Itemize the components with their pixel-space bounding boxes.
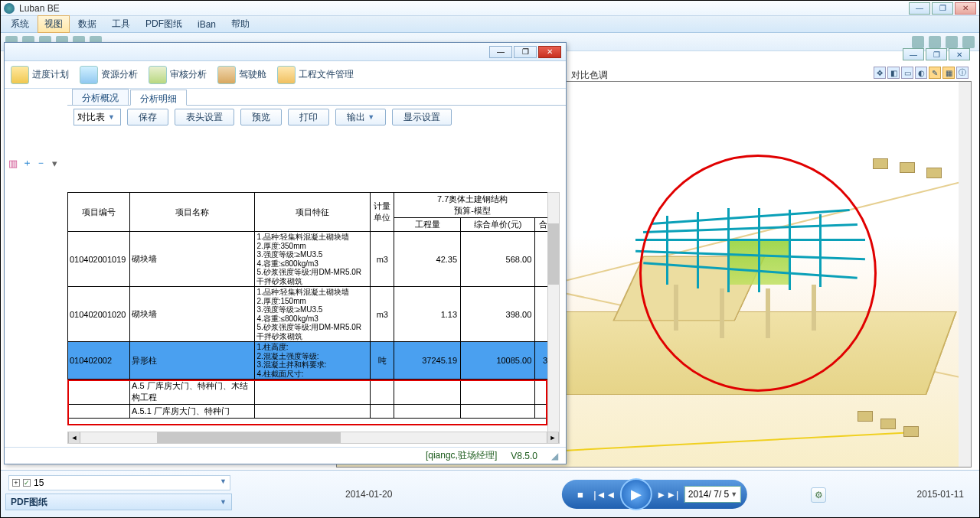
settings-button[interactable]: ⚙ [811,487,826,503]
btn-audit-analysis[interactable]: 审核分析 [149,66,207,84]
print-button[interactable]: 打印 [288,109,329,125]
table-row[interactable]: A.5.1 厂库房大门、特种门 [68,405,551,419]
col-code: 项目编号 [68,193,130,232]
status-resize-grip-icon[interactable]: ◢ [551,451,558,461]
info-icon[interactable]: ⓘ [956,67,969,79]
cell: m3 [371,232,394,287]
cell [461,405,535,419]
remove-icon[interactable]: － [35,158,46,168]
table-row[interactable]: 010402001019砌块墙1.品种:轻集料混凝土砌块墙 2.厚度:350mm… [68,232,551,287]
menu-iban[interactable]: iBan [191,17,223,32]
play-button[interactable]: ▶ [620,478,652,510]
caret-down-icon: ▼ [220,498,227,506]
menu-data[interactable]: 数据 [71,15,103,33]
audit-icon [149,66,167,84]
status-version: V8.5.0 [511,451,537,461]
caret-down-icon[interactable]: ▼ [220,477,227,485]
menu-system[interactable]: 系统 [4,15,36,33]
header-settings-button[interactable]: 表头设置 [175,109,234,125]
export-button[interactable]: 输出 ▼ [335,109,386,125]
table-hscrollbar[interactable]: ◄ ► [67,432,560,444]
scroll-thumb[interactable] [157,432,341,443]
menu-view[interactable]: 视图 [38,15,70,33]
highlight-circle [639,155,877,392]
display-settings-button[interactable]: 显示设置 [392,109,452,125]
close-button[interactable]: ✕ [955,2,976,15]
bg-maximize-button[interactable]: ❐ [926,48,947,60]
viewport-scrollbar[interactable] [959,82,971,467]
table-row[interactable]: A.5 厂库房大门、特种门、木结构工程 [68,380,551,405]
titlebar: Luban BE — ❐ ✕ [1,1,979,16]
btn-cockpit[interactable]: 驾驶舱 [217,66,266,84]
blur-icon [912,36,924,48]
tab-detail[interactable]: 分析明细 [130,90,187,106]
globe-icon[interactable]: ◐ [915,67,927,79]
cell [394,380,461,405]
cell: 010402002 [68,342,130,380]
tree-node[interactable]: + ✓ 15 ▼ [8,475,230,490]
cell [461,380,535,405]
dialog-minimize-button[interactable]: — [489,46,512,58]
prev-button[interactable]: |◄◄ [593,484,617,505]
table-row[interactable]: 010402001020砌块墙1.品种:轻集料混凝土砌块墙 2.厚度:150mm… [68,287,551,342]
label: 审核分析 [170,68,207,81]
dialog-close-button[interactable]: ✕ [538,46,561,58]
menu-tools[interactable]: 工具 [105,15,137,33]
menu-help[interactable]: 帮助 [224,15,256,33]
cell: 1.柱高度: 2.混凝土强度等级: 3.混凝土拌和料要求: 4.柱截面尺寸: [255,342,371,380]
cube-icon[interactable]: ◧ [887,67,900,79]
timeline: 2014-01-20 2015-01-11 ■ |◄◄ ▶ ►►| 2014/ … [338,478,972,503]
box-icon[interactable]: ▭ [901,67,913,79]
pdf-panel-header[interactable]: PDF图纸 ▼ [5,494,232,510]
menubar: 系统 视图 数据 工具 PDF图纸 iBan 帮助 [1,16,979,33]
cell [255,405,371,419]
resource-icon [80,66,98,84]
col-name: 项目名称 [130,193,255,232]
cell: 砌块墙 [130,287,255,342]
save-button[interactable]: 保存 [127,109,168,125]
bottom-panel: + ✓ 15 ▼ PDF图纸 ▼ 2014-01-20 2015-01-11 ■… [1,470,979,517]
combo-label: 对比表 [77,111,105,124]
add-icon[interactable]: ＋ [21,158,32,168]
table-row[interactable]: 010402002异形柱1.柱高度: 2.混凝土强度等级: 3.混凝土拌和料要求… [68,342,551,380]
maximize-button[interactable]: ❐ [932,2,953,15]
menu-pdf[interactable]: PDF图纸 [139,15,189,33]
date-picker[interactable]: 2014/ 7/ 5 ▼ [684,486,741,503]
filter-icon[interactable]: ▥ [8,158,18,168]
col-unit: 计量单位 [371,193,394,232]
cell: 010402001019 [68,232,130,287]
sidebar-tools: ▥ ＋ － ▾ [8,158,61,168]
expand-icon[interactable]: + [12,479,20,487]
cell: 398.00 [461,287,535,342]
stop-button[interactable]: ■ [568,484,593,505]
btn-project-files[interactable]: 工程文件管理 [277,66,354,84]
preview-button[interactable]: 预览 [240,109,282,125]
bg-close-button[interactable]: ✕ [949,48,970,60]
tab-overview[interactable]: 分析概况 [72,89,129,105]
highlight-icon[interactable]: ✎ [929,67,941,79]
checkbox-icon[interactable]: ✓ [23,479,31,487]
nav-icon[interactable]: ✥ [874,67,886,79]
blur-icon [929,36,941,48]
compare-table-combo[interactable]: 对比表▼ [74,109,121,125]
table-vscrollbar[interactable] [547,192,560,439]
bg-minimize-button[interactable]: — [903,48,924,60]
timeline-player: ■ |◄◄ ▶ ►►| 2014/ 7/ 5 ▼ [562,480,747,509]
next-button[interactable]: ►►| [655,484,680,505]
btn-schedule-plan[interactable]: 进度计划 [11,66,69,84]
cockpit-icon [217,66,236,84]
timeline-end-date: 2015-01-11 [917,489,964,500]
cell: 1.品种:轻集料混凝土砌块墙 2.厚度:150mm 3.强度等级:≥MU3.5 … [255,287,371,342]
cell: 010402001020 [68,287,130,342]
grid-icon[interactable]: ▦ [942,67,955,79]
cell: 10085.00 [461,342,535,380]
col-qty: 工程量 [394,218,461,232]
btn-resource-analysis[interactable]: 资源分析 [80,66,138,84]
dialog-maximize-button[interactable]: ❐ [514,46,537,58]
col-price: 综合单价(元) [461,218,535,232]
minimize-button[interactable]: — [909,2,930,15]
chevron-down-icon[interactable]: ▾ [49,158,60,168]
scroll-left-icon[interactable]: ◄ [68,432,80,443]
cell [255,380,371,405]
scroll-right-icon[interactable]: ► [547,432,559,443]
